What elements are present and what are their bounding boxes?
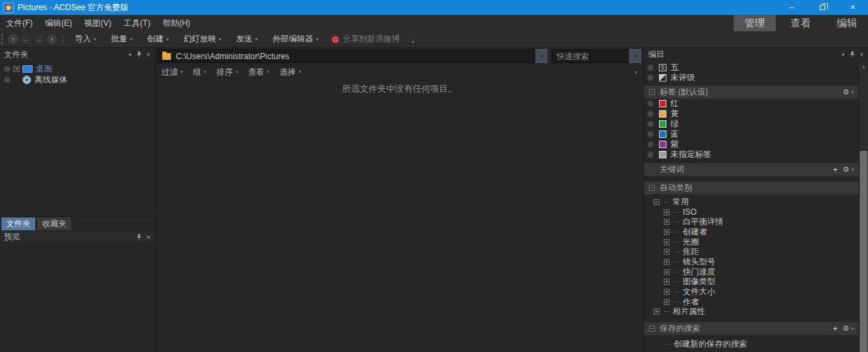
quick-select-bullet[interactable] <box>647 131 654 137</box>
toolbar-grip[interactable] <box>1 34 4 45</box>
nav-previous-button[interactable]: ← <box>21 34 31 44</box>
path-field[interactable]: C:\Users\Administrator\Pictures <box>157 49 534 63</box>
collapse-icon[interactable]: − <box>654 199 660 205</box>
collapse-icon[interactable]: − <box>649 89 655 95</box>
path-dropdown-button[interactable]: ▾ <box>535 49 548 63</box>
add-icon[interactable]: + <box>833 323 838 334</box>
auto-category-shutter-speed[interactable]: + 快门速度 <box>644 267 858 277</box>
expand-icon[interactable]: + <box>664 289 670 295</box>
quick-select-bullet[interactable] <box>647 75 654 81</box>
panel-menu-icon[interactable]: ▾ <box>842 52 845 58</box>
tag-item-yellow[interactable]: 黄 <box>644 109 858 119</box>
close-icon[interactable]: × <box>147 233 151 241</box>
expand-icon[interactable]: + <box>664 209 670 215</box>
tag-item-green[interactable]: 绿 <box>644 119 858 129</box>
collapse-icon[interactable]: − <box>649 185 655 191</box>
saved-searches-section-header[interactable]: − 保存的搜索 + ⚙ ▾ <box>644 322 858 335</box>
menu-tools[interactable]: 工具(T) <box>117 15 156 31</box>
select-button[interactable]: 选择▾ <box>280 67 301 78</box>
rating-item-unrated[interactable]: 未评级 <box>644 73 858 83</box>
auto-category-aperture[interactable]: + 光圈 <box>644 237 858 247</box>
filterbar-overflow-icon[interactable]: ▾ <box>635 69 637 75</box>
quick-select-bullet[interactable] <box>647 65 654 71</box>
expand-icon[interactable]: + <box>654 309 660 315</box>
pin-icon[interactable] <box>136 234 142 241</box>
auto-category-image-type[interactable]: + 图像类型 <box>644 277 858 287</box>
gear-icon[interactable]: ⚙ <box>843 324 850 333</box>
auto-category-white-balance[interactable]: + 白平衡详情 <box>644 217 858 227</box>
auto-category-creator[interactable]: + 创建者 <box>644 227 858 237</box>
expand-icon[interactable]: + <box>664 229 670 235</box>
expand-icon[interactable]: + <box>664 249 670 255</box>
auto-category-file-size[interactable]: + 文件大小 <box>644 287 858 297</box>
nav-forward-button[interactable]: → <box>34 34 44 44</box>
mode-tab-view[interactable]: 查看 <box>780 15 822 31</box>
labels-section-header[interactable]: − 标签 (默认值) ⚙ ▾ <box>644 86 858 99</box>
minimize-button[interactable]: – <box>776 0 807 15</box>
close-icon[interactable]: × <box>860 50 864 58</box>
auto-category-iso[interactable]: + ISO <box>644 207 858 217</box>
menu-help[interactable]: 帮助(H) <box>157 15 197 31</box>
nav-back-button[interactable]: ↑ <box>8 34 18 44</box>
restore-button[interactable] <box>807 0 837 15</box>
panel-menu-icon[interactable]: ▾ <box>129 52 132 58</box>
search-dropdown-button[interactable]: ▾ <box>629 49 641 63</box>
quick-search-input[interactable] <box>552 49 628 63</box>
expand-icon[interactable]: + <box>664 269 670 275</box>
auto-category-common[interactable]: − 常用 <box>644 197 858 207</box>
folder-item-desktop[interactable]: + 桌面 <box>0 63 155 74</box>
external-editor-button[interactable]: 外部编辑器▾ <box>265 31 326 48</box>
close-button[interactable]: × <box>837 0 868 15</box>
quick-select-bullet[interactable] <box>647 101 654 107</box>
add-icon[interactable]: + <box>833 164 838 175</box>
expand-icon[interactable]: + <box>664 299 670 305</box>
folder-item-offline-media[interactable]: 离线媒体 <box>0 74 155 85</box>
auto-category-author[interactable]: + 作者 <box>644 297 858 307</box>
expand-icon[interactable]: + <box>14 66 20 72</box>
group-button[interactable]: 组▾ <box>193 67 207 78</box>
mode-tab-edit[interactable]: 编辑 <box>826 15 868 31</box>
quick-select-bullet[interactable] <box>647 111 654 117</box>
quick-select-bullet[interactable] <box>647 121 654 127</box>
slideshow-button[interactable]: 幻灯放映▾ <box>176 31 229 48</box>
menu-edit[interactable]: 编辑(E) <box>39 15 78 31</box>
share-weibo-button[interactable]: 分享到新浪微博 <box>326 31 405 48</box>
create-button[interactable]: 创建▾ <box>140 31 176 48</box>
auto-categories-section-header[interactable]: − 自动类别 <box>644 181 858 194</box>
auto-category-lens-model[interactable]: + 镜头型号 <box>644 257 858 267</box>
mode-tab-manage[interactable]: 管理 <box>734 15 776 31</box>
gear-icon[interactable]: ⚙ <box>843 165 850 174</box>
pin-icon[interactable] <box>136 51 142 58</box>
quick-select-bullet[interactable] <box>4 77 10 83</box>
quick-select-bullet[interactable] <box>647 152 654 158</box>
gear-icon[interactable]: ⚙ <box>843 88 850 96</box>
batch-button[interactable]: 批量▾ <box>104 31 140 48</box>
menu-view[interactable]: 视图(V) <box>78 15 117 31</box>
tag-item-untagged[interactable]: 未指定标签 <box>644 149 858 160</box>
create-saved-search-item[interactable]: 创建新的保存的搜索 <box>644 339 858 349</box>
expand-icon[interactable]: + <box>664 219 670 225</box>
send-button[interactable]: 发送▾ <box>229 31 265 48</box>
tab-folders[interactable]: 文件夹 <box>1 217 35 230</box>
menu-file[interactable]: 文件(F) <box>0 15 39 31</box>
expand-icon[interactable]: + <box>664 279 670 285</box>
import-button[interactable]: 导入▾ <box>67 31 104 48</box>
nav-up-button[interactable]: ↑ <box>47 34 57 44</box>
auto-category-photo-properties[interactable]: + 相片属性 <box>644 307 858 317</box>
tag-item-red[interactable]: 红 <box>644 99 858 109</box>
tab-favorites[interactable]: 收藏夹 <box>37 217 71 230</box>
catalog-scrollbar[interactable]: ▲ <box>858 61 868 352</box>
auto-category-focal-length[interactable]: + 焦距 <box>644 247 858 257</box>
pin-icon[interactable] <box>850 51 855 58</box>
quick-select-bullet[interactable] <box>647 141 654 147</box>
collapse-icon[interactable]: − <box>649 325 655 332</box>
rating-item-five[interactable]: 5 五 <box>644 63 858 73</box>
close-icon[interactable]: × <box>147 50 151 58</box>
expand-icon[interactable]: + <box>664 259 670 265</box>
toolbar-overflow-icon[interactable]: ▾ <box>412 39 415 47</box>
scroll-up-icon[interactable]: ▲ <box>860 63 867 71</box>
quick-select-bullet[interactable] <box>4 66 10 72</box>
filter-button[interactable]: 过滤▾ <box>162 67 183 78</box>
tag-item-blue[interactable]: 蓝 <box>644 129 858 139</box>
keywords-section-header[interactable]: 关键词 + ⚙ ▾ <box>644 163 858 176</box>
